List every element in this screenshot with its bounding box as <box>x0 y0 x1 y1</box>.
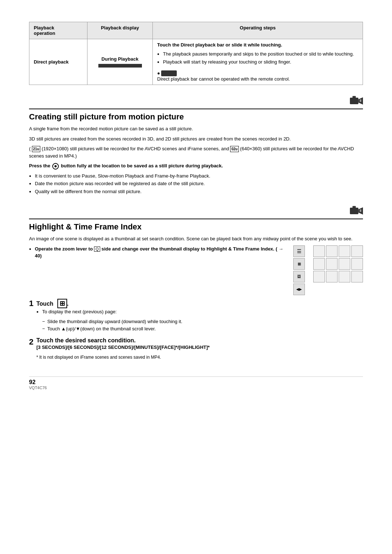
svg-rect-5 <box>350 208 358 214</box>
zoom-bullet-list: Operate the zoom lever to Q side and cha… <box>29 245 286 260</box>
playback-bar <box>98 64 142 68</box>
svg-rect-1 <box>352 96 356 98</box>
section1-body2: 3D still pictures are created from the s… <box>29 135 363 143</box>
step1-number: 1 <box>29 299 33 308</box>
bullet-2: Playback will start by releasing your to… <box>157 58 358 66</box>
badge-02u: 02u <box>230 146 238 152</box>
section-highlight: ▶ Highlight & Time Frame Index An image … <box>29 206 363 362</box>
playback-table: Playback operation Playback display Oper… <box>29 22 363 85</box>
thumb-2 <box>326 245 338 257</box>
step1-sub-bullets: To display the next (previous) page: <box>36 308 363 315</box>
arrow-icon: → <box>279 246 283 252</box>
thumb-4 <box>351 245 363 257</box>
step1-title: Touch ⊞. <box>36 299 363 308</box>
step2-title: Touch the desired search condition. <box>36 337 363 344</box>
thumb-6 <box>326 258 338 270</box>
camera-icon: ▶ <box>350 96 363 106</box>
svg-rect-3 <box>360 99 362 102</box>
shutter-button-icon <box>52 163 59 170</box>
step1-sub-bullet-1: To display the next (previous) page: <box>36 308 363 315</box>
thumb-1 <box>313 245 325 257</box>
section2-intro: An image of one scene is displayed as a … <box>29 235 363 243</box>
doc-number: VQT4C76 <box>29 386 363 390</box>
section1-bullet-1: It is convenient to use Pause, Slow-moti… <box>29 172 363 180</box>
section1-bullet-2: Date the motion picture was recorded wil… <box>29 180 363 187</box>
table-header-display: Playback display <box>87 22 153 39</box>
section1-body1: A single frame from the recorded motion … <box>29 125 363 133</box>
thumb-3 <box>339 245 350 257</box>
thumb-sidebar-play: ◀▶ <box>293 284 305 295</box>
step2-sub: [3 SECONDS]/[6 SECONDS]/[12 SECONDS]/[MI… <box>36 344 363 351</box>
section1-bullet-3: Quality will be different from the norma… <box>29 188 363 195</box>
step2-footnote: * It is not displayed on iFrame scenes a… <box>36 354 363 360</box>
zoom-text: Operate the zoom lever to Q side and cha… <box>29 245 286 262</box>
step1-dash-2: Touch ▲(up)/▼(down) on the thumbnail scr… <box>42 325 363 333</box>
page-footer: 92 VQT4C76 <box>29 376 363 390</box>
camera-icon-2: ▶ <box>350 206 363 216</box>
thumbnail-grid <box>313 245 363 295</box>
thumb-12 <box>351 271 363 282</box>
thumb-sidebar-menu: ☰ <box>293 245 305 257</box>
remote-control-note: ● Direct playback bar cannot be operated… <box>157 68 358 82</box>
svg-text:▶: ▶ <box>359 102 361 105</box>
zoom-q-icon: Q <box>94 247 100 252</box>
section2-heading: Highlight & Time Frame Index <box>29 219 363 232</box>
zoom-instruction-wrap: Operate the zoom lever to Q side and cha… <box>29 245 363 295</box>
thumb-sidebar: ☰ ▦ 🖼 ◀▶ <box>293 245 305 295</box>
thumb-7 <box>339 258 350 270</box>
camera-icon-wrap-2: ▶ <box>29 206 363 217</box>
svg-rect-8 <box>360 209 362 212</box>
camera-icon-wrap: ▶ <box>29 96 363 107</box>
section1-heading: Creating still picture from motion pictu… <box>29 109 363 122</box>
step1-touch-label: Touch <box>36 301 53 307</box>
zoom-bullet-text: Operate the zoom lever to <box>35 246 94 252</box>
badge-21u: 21u <box>32 146 40 152</box>
touch-grid-icon: ⊞ <box>57 299 67 308</box>
during-playback-label: During Playback <box>92 56 148 62</box>
page-number: 92 <box>29 379 363 386</box>
touch-instruction: Touch the Direct playback bar or slide i… <box>157 42 358 48</box>
zoom-page-ref: 40) <box>35 253 42 258</box>
step2: 2 Touch the desired search condition. [3… <box>29 337 363 362</box>
zoom-bullet: Operate the zoom lever to Q side and cha… <box>29 245 286 260</box>
zoom-bullet-text2: side and change over the thumbnail displ… <box>101 246 277 252</box>
table-header-steps: Operating steps <box>153 22 363 39</box>
section1-body3: ( 21u (1920×1080) still pictures will be… <box>29 145 363 159</box>
table-cell-steps: Touch the Direct playback bar or slide i… <box>153 39 363 85</box>
bullet-1: The playback pauses temporarily and skip… <box>157 50 358 58</box>
svg-rect-6 <box>352 206 356 208</box>
thumb-sidebar-img: 🖼 <box>293 271 305 282</box>
remote-icon <box>161 70 177 76</box>
svg-text:▶: ▶ <box>359 212 361 215</box>
operating-bullets: The playback pauses temporarily and skip… <box>157 50 358 65</box>
step1: 1 Touch ⊞. To display the next (previous… <box>29 299 363 334</box>
step2-number: 2 <box>29 337 33 347</box>
section1-body3-mid: (1920×1080) still pictures will be recor… <box>42 146 230 151</box>
section-still-picture: ▶ Creating still picture from motion pic… <box>29 96 363 195</box>
thumb-10 <box>326 271 338 282</box>
svg-rect-0 <box>350 98 358 104</box>
table-header-operation: Playback operation <box>29 22 87 39</box>
thumbnail-grid-wrap: ☰ ▦ 🖼 ◀▶ <box>293 245 363 295</box>
section1-bullets: It is convenient to use Pause, Slow-moti… <box>29 172 363 195</box>
thumb-11 <box>339 271 350 282</box>
thumb-8 <box>351 258 363 270</box>
remote-text: Direct playback bar cannot be operated w… <box>157 76 290 82</box>
step1-dash-1: Slide the thumbnail display upward (down… <box>42 318 363 325</box>
table-cell-operation: Direct playback <box>29 39 87 85</box>
step2-content: Touch the desired search condition. [3 S… <box>36 337 363 362</box>
press-instruction: Press the button fully at the location t… <box>29 162 363 170</box>
table-cell-display: During Playback <box>87 39 153 85</box>
step1-content: Touch ⊞. To display the next (previous) … <box>36 299 363 334</box>
thumb-5 <box>313 258 325 270</box>
thumb-sidebar-grid: ▦ <box>293 258 305 270</box>
thumb-9 <box>313 271 325 282</box>
step1-dash-list: Slide the thumbnail display upward (down… <box>36 318 363 332</box>
